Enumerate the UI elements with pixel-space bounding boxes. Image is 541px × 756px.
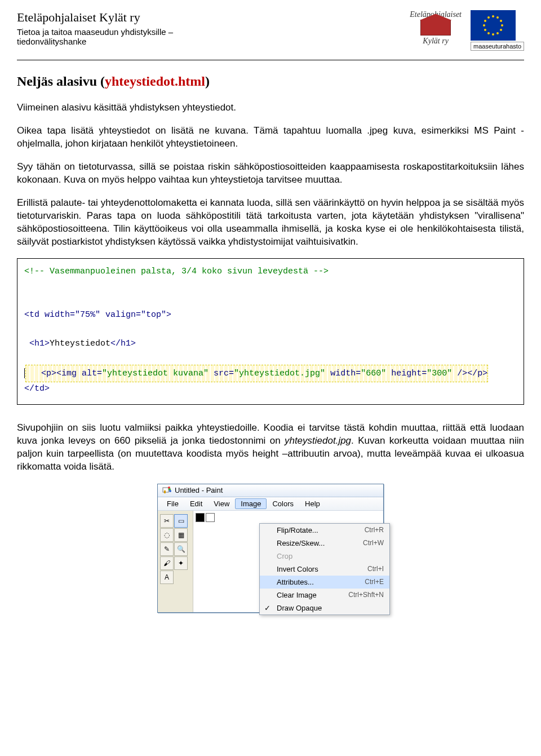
code-td-open: <td width="75%" valign="top"> bbox=[24, 310, 171, 320]
tool-select[interactable]: ▭ bbox=[174, 514, 188, 528]
code-highlight-line: <p><img alt="yhteystiedot kuvana" src="y… bbox=[26, 365, 487, 382]
menuitem-attributes[interactable]: Attributes...Ctrl+E bbox=[260, 576, 389, 589]
eu-caption: maaseuturahasto bbox=[471, 42, 524, 51]
menuitem-crop: Crop bbox=[260, 550, 389, 563]
check-icon: ✓ bbox=[264, 604, 270, 612]
menuitem-draw-opaque[interactable]: ✓Draw Opaque bbox=[260, 602, 389, 614]
tool-airbrush[interactable]: ✦ bbox=[174, 556, 188, 570]
menuitem-label: Flip/Rotate... bbox=[277, 526, 318, 534]
mspaint-window: Untitled - Paint FileEditViewImageColors… bbox=[157, 484, 384, 613]
mspaint-toolbox: ✂▭◌▦✎🔍🖌✦A bbox=[158, 511, 193, 612]
text-caret bbox=[24, 368, 25, 378]
menu-help[interactable]: Help bbox=[299, 498, 326, 509]
kylat-logo: Eteläpohjalaiset Kylät ry bbox=[410, 10, 462, 47]
paragraph-2: Oikea tapa lisätä yhteystiedot on lisätä… bbox=[17, 125, 524, 151]
tool-eraser[interactable]: ◌ bbox=[160, 528, 174, 542]
header-subline2: tiedonvälityshanke bbox=[17, 37, 410, 46]
menuitem-label: Clear Image bbox=[277, 591, 317, 599]
code-td-close: </td> bbox=[24, 384, 50, 394]
swatch-white[interactable] bbox=[206, 513, 215, 522]
menu-colors[interactable]: Colors bbox=[267, 498, 299, 509]
menuitem-shortcut: Ctrl+R bbox=[365, 526, 384, 534]
tool-pencil[interactable]: ✎ bbox=[160, 542, 174, 556]
paragraph-1: Viimeinen alasivu käsittää yhdistyksen y… bbox=[17, 101, 524, 114]
para5-filename: yhteystiedot.jpg bbox=[285, 435, 351, 446]
menuitem-label: Draw Opaque bbox=[277, 604, 322, 612]
tool-magnifier[interactable]: 🔍 bbox=[174, 542, 188, 556]
mspaint-titlebar: Untitled - Paint bbox=[158, 484, 383, 497]
eu-flag-icon bbox=[471, 10, 516, 41]
eu-logo: maaseuturahasto bbox=[471, 10, 524, 51]
menuitem-label: Resize/Skew... bbox=[277, 539, 325, 547]
mspaint-color-swatches bbox=[193, 511, 217, 524]
paragraph-3: Syy tähän on tietoturvassa, sillä se poi… bbox=[17, 161, 524, 187]
mspaint-image-menu-dropdown: Flip/Rotate...Ctrl+RResize/Skew...Ctrl+W… bbox=[259, 523, 390, 615]
menuitem-shortcut: Ctrl+E bbox=[365, 578, 384, 586]
paragraph-4: Erillistä palaute- tai yhteydenottolomak… bbox=[17, 197, 524, 249]
menuitem-flip-rotate[interactable]: Flip/Rotate...Ctrl+R bbox=[260, 524, 389, 537]
menuitem-label: Attributes... bbox=[277, 578, 314, 586]
svg-point-4 bbox=[169, 490, 171, 492]
org-name: Eteläpohjalaiset Kylät ry bbox=[17, 10, 410, 25]
tool-text[interactable]: A bbox=[160, 571, 174, 584]
header-divider bbox=[17, 60, 524, 60]
title-prefix: Neljäs alasivu ( bbox=[17, 74, 105, 89]
menuitem-label: Crop bbox=[277, 552, 292, 560]
tool-freeform-select[interactable]: ✂ bbox=[160, 514, 174, 528]
page-header: Eteläpohjalaiset Kylät ry Tietoa ja tait… bbox=[17, 10, 524, 51]
menu-file[interactable]: File bbox=[161, 498, 184, 509]
tool-brush[interactable]: 🖌 bbox=[160, 556, 174, 570]
code-snippet-box: <!-- Vasemmanpuoleinen palsta, 3/4 koko … bbox=[17, 258, 524, 405]
menuitem-resize-skew[interactable]: Resize/Skew...Ctrl+W bbox=[260, 537, 389, 550]
section-title: Neljäs alasivu (yhteystiedot.html) bbox=[17, 74, 524, 89]
menuitem-clear-image[interactable]: Clear ImageCtrl+Shft+N bbox=[260, 589, 389, 602]
mspaint-title-text: Untitled - Paint bbox=[175, 486, 223, 494]
menuitem-invert-colors[interactable]: Invert ColorsCtrl+I bbox=[260, 563, 389, 576]
house-icon bbox=[420, 20, 451, 36]
menuitem-shortcut: Ctrl+W bbox=[363, 539, 384, 547]
swatch-black[interactable] bbox=[196, 513, 205, 522]
menuitem-shortcut: Ctrl+Shft+N bbox=[348, 591, 384, 599]
tool-fill[interactable]: ▦ bbox=[174, 528, 188, 542]
title-filename: yhteystiedot.html bbox=[105, 74, 205, 89]
paragraph-5: Sivupohjiin on siis luotu valmiiksi paik… bbox=[17, 422, 524, 474]
code-comment: <!-- Vasemmanpuoleinen palsta, 3/4 koko … bbox=[24, 267, 329, 276]
menuitem-shortcut: Ctrl+I bbox=[367, 565, 384, 573]
svg-rect-1 bbox=[164, 490, 166, 493]
menu-view[interactable]: View bbox=[208, 498, 235, 509]
header-subline1: Tietoa ja taitoa maaseudun yhdistyksille… bbox=[17, 27, 410, 37]
mspaint-menubar: FileEditViewImageColorsHelp bbox=[158, 497, 383, 511]
menu-edit[interactable]: Edit bbox=[184, 498, 208, 509]
menu-image[interactable]: Image bbox=[235, 498, 267, 509]
logo-text-bottom: Kylät ry bbox=[423, 37, 449, 45]
menuitem-label: Invert Colors bbox=[277, 565, 318, 573]
title-suffix: ) bbox=[205, 74, 210, 89]
mspaint-app-icon bbox=[162, 486, 171, 495]
